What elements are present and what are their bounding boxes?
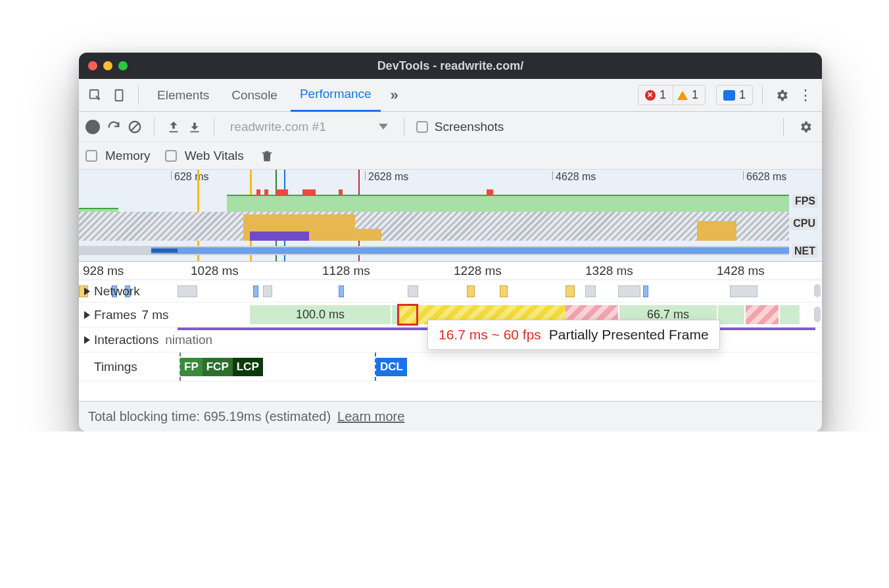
device-toggle-icon[interactable]	[109, 86, 129, 105]
overview-net-lane	[79, 243, 789, 258]
frames-left-ms: 7 ms	[141, 308, 168, 322]
error-icon: ✕	[645, 90, 656, 101]
overview-fps-lane	[79, 189, 789, 212]
devtools-window: DevTools - readwrite.com/ Elements Conso…	[79, 53, 822, 431]
learn-more-link[interactable]: Learn more	[337, 409, 404, 424]
screenshots-label: Screenshots	[435, 120, 504, 134]
webvitals-checkbox[interactable]	[165, 150, 177, 162]
tooltip-frame-status: Partially Presented Frame	[549, 327, 709, 343]
errors-badge[interactable]: ✕ 1	[638, 86, 673, 105]
lane-interactions-label: Interactions	[94, 333, 158, 347]
trash-icon[interactable]	[260, 149, 274, 163]
frame-block[interactable]	[780, 305, 800, 324]
tab-performance[interactable]: Performance	[291, 79, 381, 112]
download-icon[interactable]	[187, 120, 202, 134]
svg-line-3	[132, 123, 139, 130]
ruler-tick: 1428 ms	[717, 264, 765, 278]
timing-fcp[interactable]: FCP	[203, 358, 233, 376]
fps-lane-label: FPS	[792, 195, 818, 208]
overview-panel[interactable]: 628 ms 2628 ms 4628 ms 6628 ms FPS CPU	[79, 170, 822, 262]
message-icon	[723, 90, 735, 101]
ruler-tick: 1128 ms	[322, 264, 370, 278]
inspect-icon[interactable]	[85, 86, 105, 105]
timeline-ruler[interactable]: 928 ms 1028 ms 1128 ms 1228 ms 1328 ms 1…	[79, 262, 822, 280]
footer-summary: Total blocking time: 695.19ms (estimated…	[79, 401, 822, 431]
target-selector[interactable]: readwrite.com #1	[226, 120, 392, 134]
lane-frames-label: Frames	[94, 308, 136, 322]
divider	[214, 118, 214, 136]
lane-network[interactable]: Network	[79, 280, 822, 303]
lane-timings[interactable]: Timings FPFCPLCP DCL	[79, 353, 822, 381]
svg-rect-4	[170, 131, 178, 132]
messages-badge[interactable]: 1	[716, 85, 753, 105]
overview-tick: 6628 ms	[743, 171, 786, 180]
record-button[interactable]	[85, 120, 100, 134]
timing-fp[interactable]: FP	[180, 358, 203, 376]
divider	[154, 118, 155, 136]
chevron-down-icon	[379, 124, 388, 130]
divider	[783, 118, 784, 136]
total-blocking-time: Total blocking time: 695.19ms (estimated…	[88, 409, 331, 424]
titlebar: DevTools - readwrite.com/	[79, 53, 822, 79]
frame-tooltip: 16.7 ms ~ 60 fps Partially Presented Fra…	[427, 320, 720, 350]
divider	[138, 86, 139, 105]
more-tabs-icon[interactable]: »	[385, 86, 404, 105]
clear-icon[interactable]	[128, 120, 142, 134]
ruler-tick: 1328 ms	[585, 264, 633, 278]
lane-timings-label: Timings	[94, 360, 137, 374]
timeline-panel: 928 ms 1028 ms 1128 ms 1228 ms 1328 ms 1…	[79, 262, 822, 401]
reload-icon[interactable]	[107, 120, 121, 134]
frame-block[interactable]	[392, 305, 397, 324]
warnings-badge[interactable]: 1	[673, 86, 705, 105]
upload-icon[interactable]	[166, 120, 181, 134]
ruler-tick: 1228 ms	[454, 264, 502, 278]
frame-duration: 100.0 ms	[296, 308, 345, 322]
ruler-tick: 928 ms	[83, 264, 124, 278]
divider	[762, 86, 763, 105]
lane-network-label: Network	[94, 284, 140, 299]
target-label: readwrite.com #1	[230, 120, 326, 134]
divider	[404, 118, 404, 136]
frame-block[interactable]	[746, 305, 779, 324]
tooltip-frame-rate: 16.7 ms ~ 60 fps	[439, 327, 541, 343]
overview-tick: 628 ms	[171, 171, 208, 180]
expand-icon[interactable]	[84, 336, 90, 344]
performance-toolbar-2: Memory Web Vitals	[79, 142, 822, 170]
tab-elements[interactable]: Elements	[148, 79, 218, 112]
messages-count: 1	[739, 88, 746, 102]
errors-count: 1	[660, 88, 666, 102]
devtools-tabbar: Elements Console Performance » ✕ 1 1 1 ⋮	[79, 79, 822, 112]
net-lane-label: NET	[792, 245, 818, 258]
ruler-tick: 1028 ms	[191, 264, 239, 278]
capture-settings-icon[interactable]	[796, 117, 815, 137]
warning-icon	[677, 91, 688, 100]
memory-checkbox[interactable]	[85, 150, 97, 162]
timing-dcl[interactable]: DCL	[376, 358, 407, 376]
window-title: DevTools - readwrite.com/	[79, 59, 822, 73]
selected-frame[interactable]	[397, 304, 418, 326]
issues-badges[interactable]: ✕ 1 1	[638, 85, 706, 105]
svg-rect-5	[191, 131, 199, 132]
performance-toolbar: readwrite.com #1 Screenshots	[79, 112, 822, 142]
svg-rect-1	[116, 89, 123, 101]
tab-console[interactable]: Console	[222, 79, 287, 112]
scrollbar[interactable]	[814, 284, 821, 297]
frame-block[interactable]	[718, 305, 744, 324]
overview-tick: 2628 ms	[365, 171, 408, 180]
webvitals-label: Web Vitals	[185, 149, 244, 163]
scrollbar[interactable]	[814, 306, 821, 322]
overview-tick: 4628 ms	[552, 171, 596, 180]
overview-cpu-lane	[79, 212, 789, 241]
memory-label: Memory	[105, 149, 151, 163]
kebab-menu-icon[interactable]: ⋮	[796, 86, 815, 105]
cpu-lane-label: CPU	[790, 217, 818, 230]
frame-block[interactable]: 100.0 ms	[250, 305, 391, 324]
interactions-sub: nimation	[165, 333, 212, 347]
timing-lcp[interactable]: LCP	[233, 358, 263, 376]
spacer-lane	[79, 381, 822, 401]
warnings-count: 1	[692, 88, 698, 102]
screenshots-checkbox[interactable]	[416, 121, 428, 133]
expand-icon[interactable]	[84, 287, 90, 295]
settings-icon[interactable]	[772, 86, 792, 105]
expand-icon[interactable]	[84, 311, 90, 319]
